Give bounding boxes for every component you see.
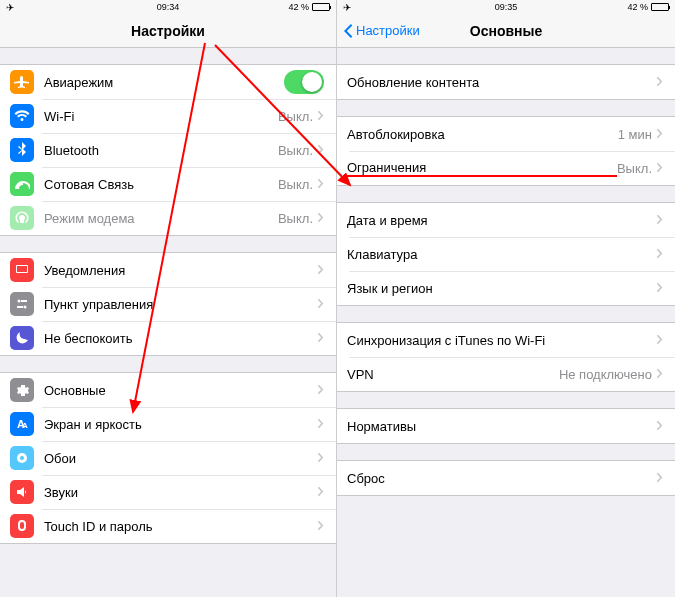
chevron-right-icon — [656, 417, 663, 435]
back-label: Настройки — [356, 23, 420, 38]
general-screen: ✈ 09:35 42 % Настройки Основные Обновлен… — [337, 0, 675, 597]
settings-row[interactable]: Режим модемаВыкл. — [0, 201, 336, 235]
row-value: Выкл. — [617, 161, 652, 176]
row-label: Bluetooth — [44, 143, 278, 158]
battery-icon — [651, 3, 669, 11]
row-label: Ограничения — [347, 160, 617, 177]
display-icon: AA — [10, 412, 34, 436]
row-value: Выкл. — [278, 211, 313, 226]
settings-row[interactable]: Пункт управления — [0, 287, 336, 321]
status-time: 09:35 — [495, 2, 518, 12]
notif-icon — [10, 258, 34, 282]
sound-icon — [10, 480, 34, 504]
settings-row[interactable]: AAЭкран и яркость — [0, 407, 336, 441]
status-bar: ✈ 09:35 42 % — [337, 0, 675, 14]
settings-row[interactable]: Уведомления — [0, 253, 336, 287]
settings-row[interactable]: Клавиатура — [337, 237, 675, 271]
svg-rect-3 — [21, 300, 27, 302]
chevron-right-icon — [656, 245, 663, 263]
row-label: Сброс — [347, 471, 656, 486]
chevron-right-icon — [317, 449, 324, 467]
row-label: Пункт управления — [44, 297, 317, 312]
row-label: Клавиатура — [347, 247, 656, 262]
svg-rect-5 — [17, 306, 23, 308]
row-label: Экран и яркость — [44, 417, 317, 432]
settings-row[interactable]: ОграниченияВыкл. — [337, 151, 675, 185]
row-label: Нормативы — [347, 419, 656, 434]
airplane-mode-icon: ✈ — [6, 2, 14, 13]
row-value: Выкл. — [278, 143, 313, 158]
airplane-icon — [10, 70, 34, 94]
svg-point-4 — [24, 306, 27, 309]
settings-row[interactable]: Звуки — [0, 475, 336, 509]
settings-row[interactable]: Обои — [0, 441, 336, 475]
battery-icon — [312, 3, 330, 11]
chevron-right-icon — [317, 517, 324, 535]
chevron-right-icon — [656, 159, 663, 177]
row-label: Авиарежим — [44, 75, 284, 90]
row-label: Автоблокировка — [347, 127, 618, 142]
svg-point-2 — [18, 300, 21, 303]
settings-row[interactable]: VPNНе подключено — [337, 357, 675, 391]
airplane-mode-icon: ✈ — [343, 2, 351, 13]
status-time: 09:34 — [157, 2, 180, 12]
chevron-right-icon — [317, 415, 324, 433]
settings-row[interactable]: Синхронизация с iTunes по Wi-Fi — [337, 323, 675, 357]
settings-row[interactable]: Автоблокировка1 мин — [337, 117, 675, 151]
chevron-right-icon — [656, 211, 663, 229]
settings-row[interactable]: Сотовая СвязьВыкл. — [0, 167, 336, 201]
chevron-right-icon — [317, 141, 324, 159]
chevron-right-icon — [317, 209, 324, 227]
general-icon — [10, 378, 34, 402]
back-button[interactable]: Настройки — [343, 23, 420, 39]
row-label: Touch ID и пароль — [44, 519, 317, 534]
chevron-right-icon — [656, 365, 663, 383]
row-label: Обои — [44, 451, 317, 466]
nav-bar: Настройки — [0, 14, 336, 48]
row-label: Основные — [44, 383, 317, 398]
settings-screen: ✈ 09:34 42 % Настройки АвиарежимWi-FiВык… — [0, 0, 337, 597]
chevron-right-icon — [317, 483, 324, 501]
settings-row[interactable]: Сброс — [337, 461, 675, 495]
settings-row[interactable]: Обновление контента — [337, 65, 675, 99]
dnd-icon — [10, 326, 34, 350]
row-label: Дата и время — [347, 213, 656, 228]
svg-point-9 — [20, 456, 24, 460]
row-label: Синхронизация с iTunes по Wi-Fi — [347, 333, 656, 348]
hotspot-icon — [10, 206, 34, 230]
settings-row[interactable]: Touch ID и пароль — [0, 509, 336, 543]
settings-row[interactable]: Основные — [0, 373, 336, 407]
settings-row[interactable]: Wi-FiВыкл. — [0, 99, 336, 133]
row-label: Wi-Fi — [44, 109, 278, 124]
chevron-right-icon — [656, 279, 663, 297]
svg-text:A: A — [22, 421, 28, 430]
row-value: 1 мин — [618, 127, 652, 142]
row-label: Обновление контента — [347, 75, 656, 90]
settings-row[interactable]: Дата и время — [337, 203, 675, 237]
battery-percent: 42 % — [288, 2, 309, 12]
general-list[interactable]: Обновление контента Автоблокировка1 минО… — [337, 48, 675, 597]
page-title: Основные — [470, 23, 543, 39]
row-label: Язык и регион — [347, 281, 656, 296]
svg-rect-1 — [17, 266, 27, 272]
cell-icon — [10, 172, 34, 196]
status-bar: ✈ 09:34 42 % — [0, 0, 336, 14]
page-title: Настройки — [131, 23, 205, 39]
settings-row[interactable]: Авиарежим — [0, 65, 336, 99]
bt-icon — [10, 138, 34, 162]
settings-row[interactable]: Нормативы — [337, 409, 675, 443]
settings-row[interactable]: Не беспокоить — [0, 321, 336, 355]
chevron-right-icon — [317, 175, 324, 193]
toggle-switch[interactable] — [284, 70, 324, 94]
row-label: VPN — [347, 367, 559, 382]
settings-row[interactable]: Язык и регион — [337, 271, 675, 305]
row-label: Звуки — [44, 485, 317, 500]
settings-row[interactable]: BluetoothВыкл. — [0, 133, 336, 167]
row-value: Выкл. — [278, 177, 313, 192]
settings-list[interactable]: АвиарежимWi-FiВыкл.BluetoothВыкл.Сотовая… — [0, 48, 336, 597]
wifi-icon — [10, 104, 34, 128]
chevron-right-icon — [317, 329, 324, 347]
chevron-right-icon — [317, 295, 324, 313]
chevron-right-icon — [656, 73, 663, 91]
chevron-right-icon — [317, 107, 324, 125]
